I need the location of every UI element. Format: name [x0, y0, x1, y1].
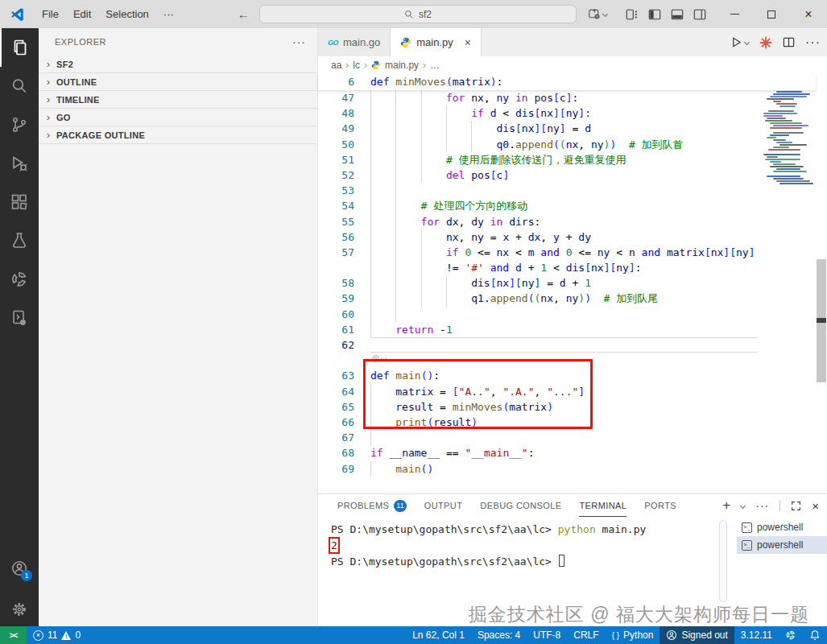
breadcrumb-item[interactable]: aa [331, 60, 341, 71]
code-line-50[interactable]: 50q0.append((nx, ny)) # 加到队首 [318, 137, 763, 152]
editor-more-actions[interactable]: ··· [805, 35, 821, 50]
code-line-59[interactable]: 59q1.append((nx, ny)) # 加到队尾 [318, 291, 763, 306]
line-number: 69 [318, 461, 354, 477]
toggle-sidebar-icon[interactable] [648, 8, 661, 21]
line-number: 53 [318, 183, 354, 198]
code-line-68[interactable]: 68if __name__ == "__main__": [318, 445, 763, 460]
account-status[interactable]: Signed out [660, 626, 734, 644]
panel-tab-problems[interactable]: PROBLEMS11 [337, 494, 407, 517]
accounts-button[interactable]: 1 [0, 549, 39, 588]
code-line-56[interactable]: 56nx, ny = x + dx, y + dy [318, 229, 763, 245]
indentation-status[interactable]: Spaces: 4 [471, 626, 527, 644]
language-mode[interactable]: { } Python [606, 626, 660, 644]
minimap-line [763, 113, 797, 114]
maximize-panel-icon[interactable] [791, 501, 801, 511]
breadcrumb-item[interactable]: … [430, 60, 440, 71]
panel-tab-terminal[interactable]: TERMINAL [579, 494, 626, 517]
sidebar-section-package-outline[interactable]: ›PACKAGE OUTLINE [39, 126, 317, 144]
notifications-button[interactable] [803, 626, 827, 644]
back-arrow-icon[interactable]: ← [231, 7, 256, 21]
code-line-47[interactable]: 47for nx, ny in pos[c]: [318, 90, 763, 105]
sidebar-section-sf2[interactable]: ›SF2 [39, 56, 317, 73]
toggle-panel-icon[interactable] [671, 8, 684, 21]
customize-layout-icon[interactable] [626, 8, 639, 21]
code-line-49[interactable]: 49dis[nx][ny] = d [318, 121, 763, 136]
breadcrumb-item[interactable]: lc [353, 60, 360, 71]
remote-indicator[interactable]: >< [0, 626, 27, 644]
tab-main-go[interactable]: GO main.go [318, 28, 391, 56]
terminal-output[interactable]: PS D:\mysetup\gopath\src\sf2\aa\lc> pyth… [331, 522, 646, 570]
activity-extension-pinwheel[interactable] [0, 260, 39, 299]
close-panel-icon[interactable]: × [812, 499, 819, 513]
minimap[interactable] [763, 74, 813, 195]
toggle-secondary-sidebar-icon[interactable] [693, 8, 706, 21]
sidebar-more-actions[interactable]: ··· [292, 35, 306, 48]
activity-run-debug[interactable] [0, 144, 39, 183]
sidebar-section-outline[interactable]: ›OUTLINE [39, 73, 317, 91]
panel-tab-output[interactable]: OUTPUT [424, 494, 463, 517]
activity-testing[interactable] [0, 221, 39, 260]
python-version[interactable]: 3.12.11 [734, 626, 779, 644]
close-tab-icon[interactable]: × [465, 36, 471, 49]
menu-selection[interactable]: Selection [98, 0, 155, 28]
terminal-instance-powershell[interactable]: >_powershell [737, 536, 827, 554]
extension-status[interactable] [779, 626, 803, 644]
code-text: for nx, ny in pos[c]: [446, 90, 578, 105]
maximize-button[interactable] [753, 0, 790, 28]
eol-status[interactable]: CRLF [567, 626, 605, 644]
close-button[interactable]: × [790, 0, 827, 28]
activity-extension-runner[interactable] [0, 299, 39, 337]
run-python-button[interactable] [730, 36, 749, 48]
new-terminal-button[interactable]: + [722, 497, 730, 514]
minimap-line [768, 110, 794, 112]
activity-extensions[interactable] [0, 183, 39, 221]
terminal-instance-powershell[interactable]: >_powershell [737, 518, 827, 536]
menu-edit[interactable]: Edit [66, 0, 98, 28]
split-editor-icon[interactable] [783, 36, 795, 48]
activity-source-control[interactable] [0, 105, 39, 144]
activity-search[interactable] [0, 67, 39, 105]
code-line-60[interactable]: 60 [318, 307, 763, 322]
settings-button[interactable] [0, 592, 39, 626]
panel-tab-ports[interactable]: PORTS [644, 494, 676, 517]
menu-overflow[interactable]: ··· [156, 0, 181, 28]
code-line-55[interactable]: 55for dx, dy in dirs: [318, 214, 763, 229]
python-file-icon [400, 37, 411, 48]
sidebar-section-go[interactable]: ›GO [39, 109, 317, 126]
code-line-67[interactable]: 67 [318, 430, 763, 445]
encoding-status[interactable]: UTF-8 [527, 626, 567, 644]
minimize-button[interactable] [716, 0, 753, 28]
code-line-51[interactable]: 51# 使用后删除该传送门，避免重复使用 [318, 152, 763, 167]
code-line-57[interactable]: 57if 0 <= nx < m and 0 <= ny < n and mat… [318, 245, 763, 260]
launch-profile-button[interactable] [588, 0, 607, 28]
code-line-54[interactable]: 54# 处理四个方向的移动 [318, 198, 763, 213]
menu-file[interactable]: File [35, 0, 66, 28]
editor-scrollbar[interactable] [816, 74, 827, 493]
code-line-wrap[interactable]: != '#' and d + 1 < dis[nx][ny]: [318, 260, 763, 275]
code-line-53[interactable]: 53 [318, 183, 763, 198]
tab-bar: GO main.go main.py × ··· [318, 28, 827, 56]
code-line-52[interactable]: 52del pos[c] [318, 167, 763, 183]
chevron-down-icon[interactable] [740, 502, 746, 508]
code-line-62[interactable]: 62 [318, 337, 763, 353]
problems-status[interactable]: × 11 ! 0 [27, 626, 87, 644]
panel-tab-debug-console[interactable]: DEBUG CONSOLE [480, 494, 561, 517]
activity-explorer[interactable] [0, 28, 39, 67]
cursor-position[interactable]: Ln 62, Col 1 [406, 626, 471, 644]
code-line-69[interactable]: 69main() [318, 461, 763, 477]
tab-main-py[interactable]: main.py × [391, 28, 482, 56]
error-icon: × [33, 630, 43, 641]
sticky-scroll-line[interactable]: 6 def minMoves(matrix): [318, 74, 816, 90]
indent-guide [421, 167, 422, 183]
code-line-61[interactable]: 61return -1 [318, 322, 763, 337]
command-center-search[interactable]: sf2 [259, 5, 577, 23]
panel-more-actions[interactable]: ··· [755, 499, 769, 512]
code-editor[interactable]: 6 def minMoves(matrix): 47for nx, ny in … [318, 74, 827, 493]
extension-starburst-icon[interactable] [759, 36, 772, 49]
terminal-scrollbar[interactable] [719, 520, 727, 602]
code-line-58[interactable]: 58dis[nx][ny] = d + 1 [318, 275, 763, 291]
breadcrumb-item[interactable]: main.py [385, 60, 419, 71]
code-line-48[interactable]: 48if d < dis[nx][ny]: [318, 105, 763, 121]
breadcrumb[interactable]: aa › lc › main.py › … [318, 56, 827, 74]
sidebar-section-timeline[interactable]: ›TIMELINE [39, 91, 317, 109]
